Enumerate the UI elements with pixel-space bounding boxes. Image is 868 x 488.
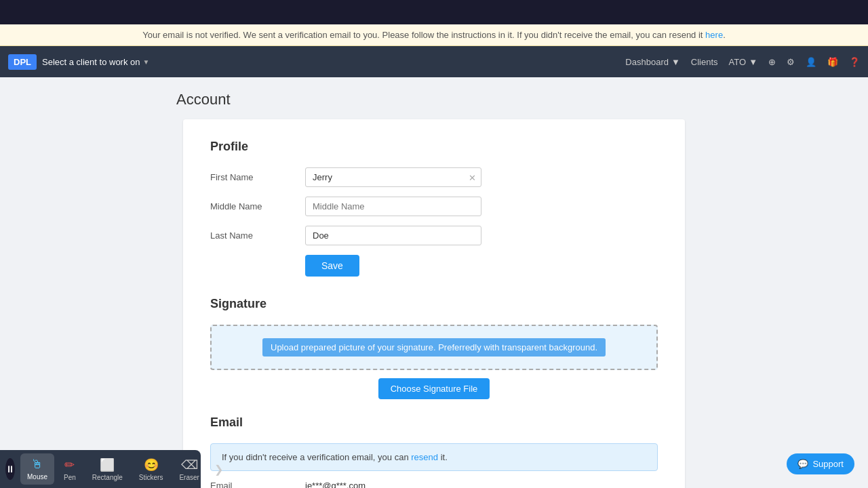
support-label: Support <box>812 459 844 469</box>
mouse-label: Mouse <box>27 473 47 481</box>
notifications-icon[interactable]: 🎁 <box>827 57 838 67</box>
toolbar-rectangle[interactable]: ⬜ Rectangle <box>85 453 130 485</box>
first-name-clear-icon[interactable]: ✕ <box>469 172 476 182</box>
toolbar-stickers[interactable]: 😊 Stickers <box>132 453 170 485</box>
last-name-label: Last Name <box>210 230 305 241</box>
stickers-icon: 😊 <box>144 458 159 472</box>
notification-banner: Your email is not verified. We sent a ve… <box>0 24 868 46</box>
nav-clients-link[interactable]: Clients <box>691 57 718 67</box>
support-button[interactable]: 💬 Support <box>787 453 854 474</box>
profile-save-button[interactable]: Save <box>305 255 359 277</box>
toolbar-pause-button[interactable]: ⏸ <box>5 458 15 480</box>
mouse-icon: 🖱 <box>31 458 43 472</box>
navbar-right: Dashboard ▼ Clients ATO ▼ ⊕ ⚙ 👤 🎁 ❓ <box>625 57 860 67</box>
eraser-icon: ⌫ <box>181 458 198 472</box>
navbar-brand: DPL <box>8 54 37 70</box>
client-selector-label: Select a client to work on <box>42 57 140 67</box>
email-section-title: Email <box>210 415 658 430</box>
support-icon: 💬 <box>797 459 808 469</box>
email-value: je***@g***.com <box>305 481 366 488</box>
pause-icon: ⏸ <box>5 464 15 474</box>
stickers-label: Stickers <box>139 474 163 481</box>
last-name-input[interactable] <box>305 226 481 245</box>
first-name-label: First Name <box>210 172 305 182</box>
settings-icon[interactable]: ⚙ <box>787 57 795 67</box>
middle-name-group: Middle Name <box>210 197 658 216</box>
ato-chevron-icon: ▼ <box>749 57 757 67</box>
last-name-group: Last Name <box>210 226 658 245</box>
toolbar-mouse[interactable]: 🖱 Mouse <box>20 453 54 485</box>
middle-name-input[interactable] <box>305 197 481 216</box>
client-selector[interactable]: Select a client to work on ▼ <box>42 57 149 67</box>
choose-signature-button[interactable]: Choose Signature File <box>378 378 490 399</box>
collapse-icon: ❯ <box>214 464 223 475</box>
user-icon[interactable]: 👤 <box>806 57 816 67</box>
first-name-input-wrapper: ✕ <box>305 167 481 187</box>
toolbar-collapse-button[interactable]: ❯ <box>209 460 229 479</box>
pen-icon: ✏ <box>64 458 75 472</box>
email-label: Email <box>210 481 305 488</box>
navbar: DPL Select a client to work on ▼ Dashboa… <box>0 46 868 77</box>
rectangle-icon: ⬜ <box>100 458 115 472</box>
profile-section-title: Profile <box>210 140 658 154</box>
signature-drop-area[interactable]: Upload prepared picture of your signatur… <box>210 325 658 370</box>
add-icon[interactable]: ⊕ <box>768 57 776 67</box>
signature-section-title: Signature <box>210 297 658 311</box>
email-info-text: If you didn't receive a verification ema… <box>222 452 409 462</box>
notification-text: Your email is not verified. We sent a ve… <box>142 30 703 40</box>
main-card: Profile First Name ✕ Middle Name Last Na… <box>183 119 685 488</box>
email-group: Email je***@g***.com <box>210 481 658 488</box>
dashboard-chevron-icon: ▼ <box>671 57 680 67</box>
nav-dashboard-link[interactable]: Dashboard ▼ <box>625 57 679 67</box>
resend-link[interactable]: resend <box>411 452 438 462</box>
email-info-box: If you didn't receive a verification ema… <box>210 443 658 471</box>
middle-name-label: Middle Name <box>210 201 305 211</box>
eraser-label: Eraser <box>179 474 199 481</box>
top-black-bar <box>0 0 868 24</box>
client-selector-chevron-icon: ▼ <box>143 58 150 66</box>
rectangle-label: Rectangle <box>92 474 123 481</box>
email-info-suffix: it. <box>441 452 448 462</box>
page-title: Account <box>0 91 868 119</box>
toolbar-eraser[interactable]: ⌫ Eraser <box>172 453 205 485</box>
first-name-group: First Name ✕ <box>210 167 658 187</box>
signature-drop-text: Upload prepared picture of your signatur… <box>262 338 606 357</box>
first-name-input[interactable] <box>305 167 481 187</box>
notification-link[interactable]: here <box>705 30 723 40</box>
nav-ato-link[interactable]: ATO ▼ <box>729 57 757 67</box>
toolbar-pen[interactable]: ✏ Pen <box>57 453 83 485</box>
help-icon[interactable]: ❓ <box>849 57 860 67</box>
page-wrapper: Account Profile First Name ✕ Middle Name… <box>0 77 868 488</box>
bottom-toolbar: ⏸ 🖱 Mouse ✏ Pen ⬜ Rectangle 😊 Stickers ⌫… <box>0 450 201 488</box>
pen-label: Pen <box>64 474 76 481</box>
